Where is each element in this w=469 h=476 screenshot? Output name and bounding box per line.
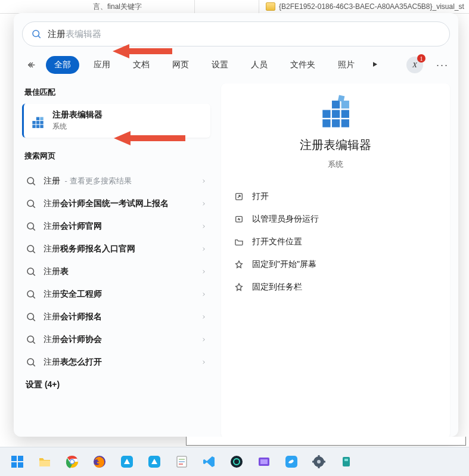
app-icon bbox=[339, 455, 353, 469]
svg-rect-63 bbox=[260, 459, 268, 464]
svg-line-24 bbox=[33, 296, 35, 298]
web-result-item[interactable]: 注册安全工程师 bbox=[22, 283, 210, 306]
firefox-icon bbox=[92, 455, 107, 469]
chevron-right-icon bbox=[201, 223, 207, 229]
web-result-item[interactable]: 注册会计师官网 bbox=[22, 215, 210, 238]
svg-line-22 bbox=[33, 273, 35, 275]
search-autocomplete: 表编辑器 bbox=[66, 29, 101, 39]
web-result-label: 注册表 bbox=[44, 266, 201, 277]
section-web: 搜索网页 bbox=[22, 147, 210, 167]
svg-rect-72 bbox=[344, 459, 348, 461]
preview-pane: 注册表编辑器 系统 打开 以管理员身份运行 打开文件位置 固 bbox=[221, 83, 450, 438]
bg-cell-folder: {B2FE1952-0186-46C3-BAEC-A80AA35AC5B8}_v… bbox=[262, 0, 469, 13]
taskbar-app-dark[interactable] bbox=[225, 450, 248, 473]
svg-rect-32 bbox=[332, 110, 340, 118]
app-icon bbox=[257, 455, 271, 469]
best-match-item[interactable]: 注册表编辑器 系统 bbox=[22, 104, 210, 138]
tab-documents[interactable]: 文档 bbox=[125, 56, 158, 74]
filter-tab-row: 全部 应用 文档 网页 设置 人员 文件夹 照片 X 1 ··· bbox=[22, 56, 450, 74]
chevron-right-icon bbox=[201, 314, 207, 320]
chevron-right-icon bbox=[201, 337, 207, 343]
taskbar bbox=[0, 447, 469, 476]
web-result-item[interactable]: 注册会计师全国统一考试网上报名 bbox=[22, 192, 210, 215]
web-result-label: 注册会计师协会 bbox=[44, 334, 201, 345]
more-options-button[interactable]: ··· bbox=[436, 59, 449, 71]
svg-point-15 bbox=[27, 200, 34, 207]
tab-all[interactable]: 全部 bbox=[46, 56, 79, 74]
more-tabs-button[interactable] bbox=[371, 60, 378, 70]
settings-more[interactable]: 设置 (4+) bbox=[22, 374, 210, 396]
svg-line-30 bbox=[33, 364, 35, 366]
web-result-item[interactable]: 注册 - 查看更多搜索结果 bbox=[22, 170, 210, 192]
svg-rect-6 bbox=[36, 121, 39, 124]
web-result-label: 注册税务师报名入口官网 bbox=[44, 244, 201, 254]
app-icon bbox=[229, 455, 244, 469]
svg-rect-7 bbox=[36, 117, 39, 120]
svg-rect-36 bbox=[332, 119, 340, 127]
svg-marker-4 bbox=[373, 62, 377, 67]
ellipsis-icon: ··· bbox=[436, 59, 449, 71]
web-result-label: 注册会计师官网 bbox=[44, 221, 201, 232]
windows-icon bbox=[10, 455, 24, 469]
taskbar-app-purple[interactable] bbox=[253, 450, 275, 473]
tab-people[interactable]: 人员 bbox=[243, 56, 276, 74]
action-pin-start[interactable]: 固定到"开始"屏幕 bbox=[231, 254, 440, 275]
svg-rect-11 bbox=[40, 125, 43, 127]
search-icon bbox=[26, 266, 36, 277]
svg-point-13 bbox=[27, 178, 34, 184]
search-icon bbox=[26, 198, 36, 209]
taskbar-app-blue1[interactable] bbox=[116, 450, 138, 473]
svg-rect-8 bbox=[40, 121, 43, 124]
chevron-right-icon bbox=[201, 291, 207, 297]
web-result-label: 注册表怎么打开 bbox=[44, 357, 201, 368]
svg-rect-10 bbox=[36, 125, 39, 127]
taskbar-app-gear[interactable] bbox=[308, 450, 330, 473]
tab-folders[interactable]: 文件夹 bbox=[282, 56, 324, 74]
tab-photos[interactable]: 照片 bbox=[330, 56, 363, 74]
svg-point-0 bbox=[33, 30, 39, 37]
account-avatar[interactable]: X 1 bbox=[406, 57, 423, 73]
search-typed: 注册 bbox=[48, 29, 66, 39]
svg-point-29 bbox=[27, 359, 34, 365]
chrome-icon bbox=[65, 455, 79, 469]
web-result-item[interactable]: 注册表 bbox=[22, 260, 210, 283]
search-input[interactable]: 注册表编辑器 bbox=[22, 21, 450, 46]
chevron-right-icon bbox=[201, 246, 207, 252]
web-result-item[interactable]: 注册会计师报名 bbox=[22, 306, 210, 328]
action-pin-start-label: 固定到"开始"屏幕 bbox=[252, 259, 316, 270]
web-result-item[interactable]: 注册会计师协会 bbox=[22, 328, 210, 351]
tab-web[interactable]: 网页 bbox=[164, 56, 197, 74]
action-run-admin[interactable]: 以管理员身份运行 bbox=[231, 209, 440, 229]
web-result-item[interactable]: 注册税务师报名入口官网 bbox=[22, 238, 210, 260]
preview-hero: 注册表编辑器 系统 bbox=[231, 94, 440, 170]
regedit-large-icon bbox=[318, 94, 353, 129]
section-best-match: 最佳匹配 bbox=[22, 83, 210, 104]
tab-apps[interactable]: 应用 bbox=[85, 56, 119, 74]
notes-icon bbox=[175, 455, 189, 469]
taskbar-explorer[interactable] bbox=[33, 450, 56, 473]
taskbar-app-blue2[interactable] bbox=[143, 450, 166, 473]
bg-folder-name: {B2FE1952-0186-46C3-BAEC-A80AA35AC5B8}_v… bbox=[279, 2, 464, 11]
action-open[interactable]: 打开 bbox=[231, 186, 440, 207]
taskbar-chrome[interactable] bbox=[61, 450, 83, 473]
background-window-border bbox=[186, 437, 466, 446]
start-button[interactable] bbox=[6, 450, 29, 473]
svg-point-17 bbox=[27, 223, 34, 229]
taskbar-app-bird[interactable] bbox=[280, 450, 303, 473]
web-result-item[interactable]: 注册表怎么打开 bbox=[22, 351, 210, 374]
search-icon bbox=[26, 244, 36, 254]
taskbar-app-notes[interactable] bbox=[170, 450, 193, 473]
svg-point-19 bbox=[27, 245, 34, 252]
action-open-location[interactable]: 打开文件位置 bbox=[231, 232, 440, 252]
taskbar-firefox[interactable] bbox=[88, 450, 111, 473]
svg-line-1 bbox=[38, 36, 40, 38]
back-button[interactable] bbox=[23, 57, 40, 73]
taskbar-app-teal[interactable] bbox=[335, 450, 358, 473]
open-icon bbox=[234, 192, 244, 201]
svg-line-28 bbox=[33, 341, 35, 343]
taskbar-vscode[interactable] bbox=[198, 450, 220, 473]
action-pin-taskbar[interactable]: 固定到任务栏 bbox=[231, 277, 440, 297]
tab-settings[interactable]: 设置 bbox=[203, 56, 237, 74]
results-column: 最佳匹配 注册表编辑器 系统 搜索网页 注册 - 查看更多搜索结果注册会计师全国… bbox=[22, 83, 210, 438]
folder-icon bbox=[266, 2, 275, 11]
